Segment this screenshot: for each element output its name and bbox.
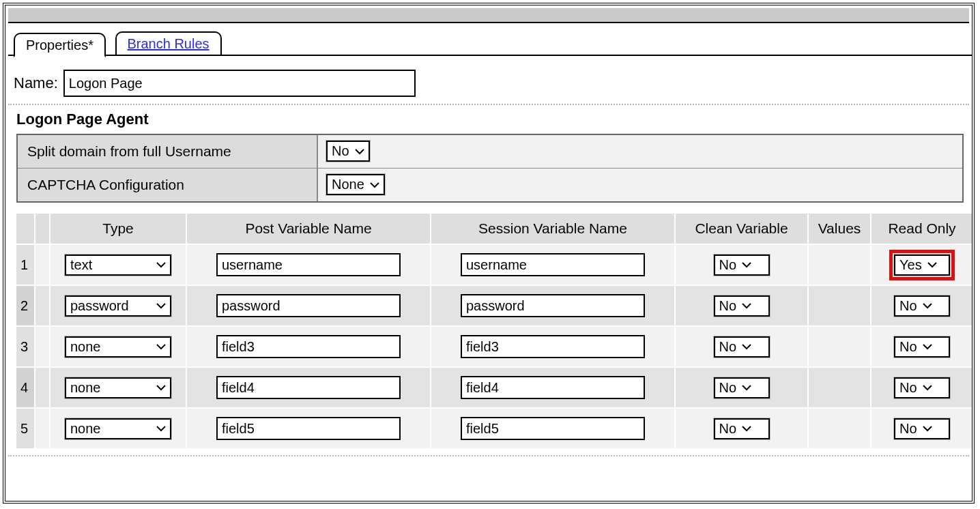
type-value: none (70, 339, 101, 355)
chevron-down-icon (742, 261, 751, 268)
agent-settings-table: Split domain from full Username No CAPTC… (16, 134, 964, 203)
separator (8, 104, 969, 105)
tab-properties-label: Properties* (26, 38, 93, 53)
post-variable-input[interactable] (216, 294, 401, 317)
read-only-value: No (899, 380, 917, 396)
captcha-value: None (332, 177, 364, 192)
post-variable-input[interactable] (216, 335, 401, 358)
col-sessionvar: Session Variable Name (431, 214, 676, 245)
type-select[interactable]: none (65, 336, 171, 358)
section-title: Logon Page Agent (16, 111, 969, 128)
name-row: Name: (14, 70, 969, 97)
read-only-select[interactable]: No (894, 377, 950, 398)
chevron-down-icon (156, 261, 166, 268)
col-postvar: Post Variable Name (187, 214, 431, 245)
row-spacer (35, 245, 51, 286)
clean-variable-select[interactable]: No (714, 254, 770, 276)
session-variable-input[interactable] (461, 294, 645, 317)
type-select[interactable]: none (65, 377, 171, 398)
chevron-down-icon (156, 302, 166, 309)
read-only-value: No (899, 421, 917, 437)
col-readonly: Read Only (871, 214, 974, 245)
row-spacer (35, 368, 51, 409)
read-only-select[interactable]: No (894, 295, 950, 317)
tab-bar: Properties* Branch Rules (14, 31, 969, 56)
session-variable-input[interactable] (461, 253, 645, 276)
read-only-value: No (899, 298, 917, 314)
clean-variable-value: No (719, 339, 737, 355)
session-variable-input[interactable] (461, 376, 645, 399)
post-variable-input[interactable] (216, 417, 401, 440)
row-spacer (35, 327, 51, 368)
chevron-down-icon (923, 302, 932, 309)
post-variable-input[interactable] (216, 376, 401, 399)
captcha-label: CAPTCHA Configuration (18, 169, 318, 201)
read-only-select[interactable]: Yes (894, 254, 950, 276)
sessionvar-cell (431, 327, 676, 368)
type-select[interactable]: none (65, 418, 171, 439)
readonly-cell: No (871, 368, 974, 409)
readonly-cell: No (871, 409, 974, 450)
col-blank-1 (16, 214, 35, 245)
clean-variable-select[interactable]: No (714, 295, 770, 317)
row-spacer (35, 286, 51, 327)
chevron-down-icon (742, 384, 751, 391)
clean-variable-value: No (719, 380, 737, 396)
cleanvar-cell: No (676, 245, 809, 286)
col-cleanvar: Clean Variable (676, 214, 809, 245)
tab-properties[interactable]: Properties* (14, 33, 106, 57)
values-cell (809, 368, 871, 409)
row-index: 1 (16, 245, 35, 286)
row-index: 4 (16, 368, 35, 409)
setting-captcha: CAPTCHA Configuration None (18, 169, 962, 201)
values-cell (809, 409, 871, 450)
tab-branch-rules[interactable]: Branch Rules (115, 31, 222, 56)
read-only-value: No (899, 339, 917, 355)
post-variable-input[interactable] (216, 253, 401, 276)
type-value: text (70, 257, 92, 273)
type-select[interactable]: text (65, 254, 171, 276)
chevron-down-icon (923, 425, 932, 432)
type-value: none (70, 380, 101, 396)
col-values: Values (809, 214, 871, 245)
setting-split-domain: Split domain from full Username No (18, 135, 962, 169)
type-cell: none (51, 327, 187, 368)
clean-variable-select[interactable]: No (714, 418, 770, 439)
cleanvar-cell: No (676, 327, 809, 368)
clean-variable-value: No (719, 421, 737, 437)
chevron-down-icon (742, 343, 751, 350)
chevron-down-icon (355, 148, 364, 155)
read-only-select[interactable]: No (894, 336, 950, 358)
read-only-select[interactable]: No (894, 418, 950, 439)
title-bar (8, 8, 969, 23)
name-input[interactable] (63, 70, 416, 97)
read-only-value: Yes (899, 257, 922, 273)
sessionvar-cell (431, 368, 676, 409)
type-cell: text (51, 245, 187, 286)
chevron-down-icon (742, 302, 751, 309)
split-domain-value: No (332, 143, 349, 159)
name-label: Name: (14, 74, 58, 92)
clean-variable-value: No (719, 298, 737, 314)
readonly-cell: No (871, 327, 974, 368)
session-variable-input[interactable] (461, 335, 645, 358)
cleanvar-cell: No (676, 368, 809, 409)
readonly-cell: Yes (871, 245, 974, 286)
split-domain-select[interactable]: No (326, 141, 370, 162)
clean-variable-select[interactable]: No (714, 336, 770, 358)
separator-bottom (8, 455, 969, 456)
chevron-down-icon (742, 425, 751, 432)
sessionvar-cell (431, 286, 676, 327)
clean-variable-select[interactable]: No (714, 377, 770, 398)
chevron-down-icon (156, 384, 166, 391)
sessionvar-cell (431, 409, 676, 450)
split-domain-label: Split domain from full Username (18, 135, 318, 168)
chevron-down-icon (156, 343, 166, 350)
row-index: 3 (16, 327, 35, 368)
captcha-select[interactable]: None (326, 174, 385, 195)
type-cell: password (51, 286, 187, 327)
session-variable-input[interactable] (461, 417, 645, 440)
cleanvar-cell: No (676, 409, 809, 450)
row-index: 5 (16, 409, 35, 450)
type-select[interactable]: password (65, 295, 171, 317)
